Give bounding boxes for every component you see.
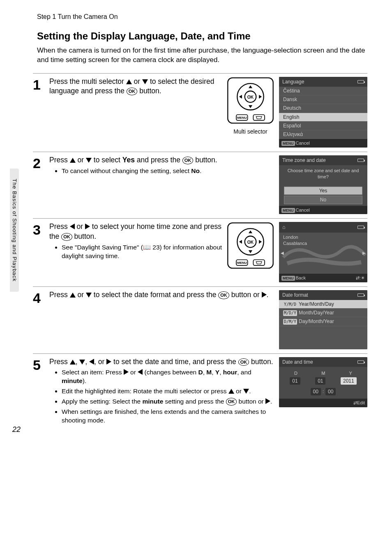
step-number: 2 [33, 156, 49, 214]
timezone-map-screen: London Casablanca ◀ ▶ MENUBack⇄:☀ [279, 222, 367, 282]
step-4-text: Press or to select the date format and p… [49, 290, 275, 300]
tz-title: Time zone and date [282, 157, 326, 164]
step-3-bullet: See "Daylight Saving Time" (📖 23) for in… [62, 243, 223, 261]
page-header-step: Step 1 Turn the Camera On [37, 12, 367, 21]
day-value[interactable]: 01 [290, 377, 300, 385]
side-tab-label: The Basics of Shooting and Playback [11, 179, 18, 282]
df-option[interactable]: M/D/YMonth/Day/Year [279, 309, 367, 317]
battery-icon [357, 226, 364, 229]
df-option-selected[interactable]: Y/M/DYear/Month/Day [279, 300, 367, 309]
no-option[interactable]: No [284, 196, 362, 204]
step-number: 5 [33, 358, 49, 427]
intro-paragraph: When the camera is turned on for the fir… [37, 46, 367, 65]
side-tab: The Basics of Shooting and Playback [10, 168, 19, 292]
step-1: 1 Press the multi selector or to select … [33, 77, 367, 148]
year-value-selected[interactable]: 2011 [341, 377, 357, 385]
up-arrow-icon [70, 360, 76, 365]
battery-icon [357, 80, 364, 83]
city-label: London [283, 234, 363, 240]
df-option[interactable]: D/M/YDay/Month/Year [279, 317, 367, 326]
down-arrow-icon [86, 158, 92, 163]
down-arrow-icon [79, 360, 85, 365]
city-label: Casablanca [283, 240, 363, 247]
battery-icon [357, 293, 364, 297]
date-format-screen: Date format Y/M/DYear/Month/Day M/D/YMon… [279, 290, 367, 349]
cancel-label[interactable]: Cancel [296, 141, 310, 145]
up-arrow-icon [126, 79, 132, 84]
selector-caption: Multi selector [227, 128, 274, 136]
divider [33, 353, 367, 354]
right-arrow-icon [85, 224, 90, 229]
step-2-text: Press or to select Yes and press the OK … [49, 155, 275, 165]
lang-option[interactable]: Ελληνικά [279, 130, 367, 139]
book-ref-icon: 📖 [143, 244, 151, 251]
ok-button-icon: OK [182, 157, 194, 164]
svg-rect-21 [253, 260, 265, 265]
step-5: 5 Press , , , or to set the date and tim… [33, 357, 367, 427]
ok-button-icon: OK [218, 291, 229, 299]
back-label[interactable]: Back [296, 275, 306, 280]
cancel-label[interactable]: Cancel [296, 208, 310, 212]
down-arrow-icon [243, 389, 249, 394]
svg-text:OK: OK [247, 240, 254, 245]
down-arrow-icon [86, 293, 92, 298]
label-y: Y [349, 370, 352, 376]
home-icon [282, 224, 286, 231]
step-5-bullet-2: Edit the highlighted item: Rotate the mu… [62, 387, 275, 396]
battery-icon [357, 360, 364, 364]
right-arrow-icon [265, 398, 270, 404]
ok-button-icon: OK [238, 358, 249, 366]
divider [33, 152, 367, 152]
left-arrow-icon [70, 224, 75, 229]
down-arrow-icon [142, 79, 148, 84]
lang-option[interactable]: Español [279, 122, 367, 130]
month-value[interactable]: 01 [315, 377, 325, 385]
step-number: 4 [33, 291, 49, 349]
up-arrow-icon [228, 389, 234, 394]
tz-prompt: Choose time zone and set date and time? [279, 165, 367, 186]
step-1-text: Press the multi selector or to select th… [49, 77, 223, 96]
multi-selector-figure: OK MENU Multi selector [227, 77, 274, 136]
step-2: 2 Press or to select Yes and press the O… [33, 155, 367, 214]
step-number: 3 [33, 223, 49, 282]
step-3-text: Press or to select your home time zone a… [49, 222, 223, 241]
up-arrow-icon [70, 293, 76, 298]
lang-option[interactable]: Dansk [279, 95, 367, 104]
language-screen: Language Čeština Dansk Deutsch English E… [279, 77, 367, 148]
battery-icon [357, 159, 364, 162]
ok-button-icon: OK [226, 398, 237, 406]
menu-badge: MENU [281, 141, 295, 146]
step-2-bullet: To cancel without changing the setting, … [62, 167, 275, 175]
step-5-text: Press , , , or to set the date and time,… [49, 357, 275, 367]
time-colon: : [323, 388, 324, 395]
menu-badge: MENU [281, 208, 295, 213]
page-title: Setting the Display Language, Date, and … [37, 30, 367, 43]
dt-title: Date and time [282, 359, 313, 365]
right-arrow-icon [124, 369, 129, 375]
edit-label[interactable]: ⇄Edit [353, 400, 365, 406]
yes-option[interactable]: Yes [284, 187, 362, 195]
ok-button-icon: OK [61, 233, 72, 241]
lang-option-selected[interactable]: English [279, 113, 367, 122]
lang-option[interactable]: Deutsch [279, 104, 367, 113]
svg-rect-10 [253, 115, 265, 120]
label-d: D [294, 370, 297, 376]
hour-value[interactable]: 00 [311, 388, 321, 395]
divider [33, 73, 367, 74]
language-title: Language [282, 78, 304, 85]
menu-badge: MENU [281, 276, 295, 281]
lang-option[interactable]: Čeština [279, 87, 367, 95]
multi-selector-figure: OK MENU [227, 222, 274, 272]
label-m: M [321, 370, 325, 376]
step-4: 4 Press or to select the date format and… [33, 290, 367, 349]
page-number: 22 [12, 425, 21, 434]
step-3: 3 Press or to select your home time zone… [33, 222, 367, 282]
minute-value[interactable]: 00 [325, 388, 336, 395]
up-arrow-icon [70, 158, 76, 163]
svg-text:MENU: MENU [237, 116, 247, 120]
world-map[interactable]: London Casablanca ◀ ▶ [279, 233, 367, 274]
step-number: 1 [33, 78, 49, 148]
divider [33, 286, 367, 287]
df-title: Date format [282, 292, 308, 298]
ok-button-icon: OK [127, 88, 138, 95]
